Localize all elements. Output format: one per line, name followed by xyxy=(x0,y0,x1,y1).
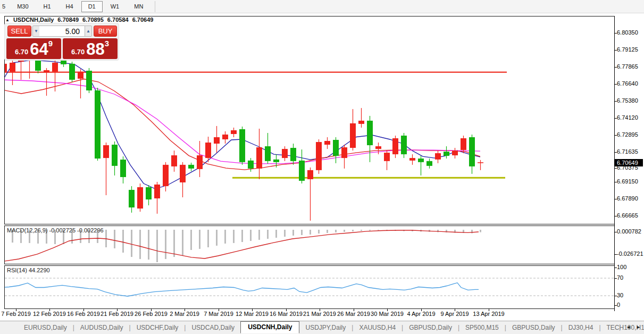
chart-tab-USDCNH-Daily[interactable]: USDCNH,Daily xyxy=(240,321,299,333)
bid-price-pip: 9 xyxy=(48,39,53,48)
date-axis-label: 26 Mar 2019 xyxy=(337,311,370,317)
chart-tab-USDCHF-Daily[interactable]: USDCHF,Daily xyxy=(131,322,185,333)
candle-body xyxy=(273,160,279,162)
candle-body xyxy=(316,142,322,170)
date-axis-label: 21 Mar 2019 xyxy=(303,311,336,317)
candle-body xyxy=(112,145,118,166)
candle-body xyxy=(10,63,15,72)
timeframe-button-W1[interactable]: W1 xyxy=(104,1,127,12)
candle-body xyxy=(129,190,135,207)
candle-body xyxy=(367,121,373,145)
macd-layer xyxy=(1,230,481,262)
chart-title: ▲ USDCNH,Daily 6.70849 6.70895 6.70584 6… xyxy=(5,16,153,23)
candle-body xyxy=(384,153,390,161)
timeframe-toolbar: 5M30H1H4D1W1MN xyxy=(0,0,644,13)
candle-body xyxy=(103,145,109,158)
candle-body xyxy=(358,121,364,124)
candle-body xyxy=(444,152,449,156)
candle-body xyxy=(205,143,211,158)
timeframe-button-D1[interactable]: D1 xyxy=(81,1,103,12)
rsi-line xyxy=(1,283,479,296)
price-axis-label: 6.72895 xyxy=(617,131,638,138)
rsi-axis-label: 100 xyxy=(617,264,626,270)
price-axis-label: 6.71635 xyxy=(617,148,638,155)
candle-body xyxy=(120,160,126,177)
chart-tab-XAUUSD-H4[interactable]: XAUUSD,H4 xyxy=(353,322,402,333)
price-axis-label: 6.77865 xyxy=(617,63,638,70)
tab-scroll-right-icon[interactable]: ► xyxy=(636,324,641,330)
ask-price-pip: 3 xyxy=(105,39,109,48)
rsi-pane-border xyxy=(5,266,615,309)
candle-body xyxy=(435,153,441,160)
collapse-quote-panel-icon[interactable]: ▲ xyxy=(5,18,10,22)
candle-body xyxy=(426,161,432,166)
candle-body xyxy=(44,70,49,72)
candle-body xyxy=(409,158,415,161)
volume-decrease-button[interactable]: ▼ xyxy=(32,26,40,37)
candle-body xyxy=(392,138,398,154)
timeframe-button-H1[interactable]: H1 xyxy=(37,1,58,12)
timeframe-button-MN[interactable]: MN xyxy=(127,1,150,12)
quote-open: 6.70849 xyxy=(57,16,79,23)
chart-tab-GBPUSD-Daily[interactable]: GBPUSD,Daily xyxy=(403,322,458,333)
bid-price-button[interactable]: 6.70 64 9 xyxy=(6,38,61,59)
trading-platform-window: 5M30H1H4D1W1MN ▲ USDCNH,Daily 6.70849 6.… xyxy=(0,0,644,334)
date-axis-label: 26 Feb 2019 xyxy=(135,311,168,317)
chart-tab-DJ30-H4[interactable]: DJ30,H4 xyxy=(563,322,599,333)
candle-body xyxy=(333,140,339,156)
date-axis-label: 9 Apr 2019 xyxy=(440,311,469,317)
date-axis-label: 7 Feb 2019 xyxy=(1,311,31,317)
candle-body xyxy=(418,158,424,162)
symbol-tab-bar: EURUSD,Daily|AUDUSD,Daily|USDCHF,Daily|U… xyxy=(0,321,644,334)
candle-body xyxy=(307,170,313,179)
price-axis-label: 6.79125 xyxy=(617,46,638,53)
price-axis-label: 6.66665 xyxy=(617,212,638,219)
price-axis-label: 6.80350 xyxy=(617,29,638,36)
macd-axis-label: -0.026721 xyxy=(617,250,643,257)
candle-body xyxy=(341,147,347,158)
volume-increase-button[interactable]: ▲ xyxy=(85,26,92,37)
candle-body xyxy=(197,155,203,169)
price-axis-label: 6.75380 xyxy=(617,97,638,104)
candle-body xyxy=(61,60,66,64)
date-axis-label: 7 Mar 2019 xyxy=(204,311,233,317)
candle-body xyxy=(86,71,92,90)
candle-body xyxy=(231,130,237,134)
candle-body xyxy=(137,187,143,208)
chart-tab-USDCAD-Daily[interactable]: USDCAD,Daily xyxy=(186,322,240,333)
ask-price-prefix: 6.70 xyxy=(71,48,85,56)
ask-price-button[interactable]: 6.70 88 3 xyxy=(63,38,118,59)
volume-input[interactable] xyxy=(39,26,85,37)
sell-button[interactable]: SELL xyxy=(7,26,31,37)
chart-tab-USDJPY-Daily[interactable]: USDJPY,Daily xyxy=(299,322,352,333)
timeframe-button-5[interactable]: 5 xyxy=(1,1,9,12)
candle-body xyxy=(282,149,288,158)
rsi-axis-label: 30 xyxy=(617,292,623,298)
candle-body xyxy=(375,146,381,149)
date-axis-label: 12 Mar 2019 xyxy=(236,311,269,317)
candle-body xyxy=(214,137,220,144)
date-axis-label: 30 Mar 2019 xyxy=(371,311,404,317)
bid-price-prefix: 6.70 xyxy=(15,48,28,56)
rsi-axis-label: 0 xyxy=(617,302,620,308)
buy-button[interactable]: BUY xyxy=(94,26,117,37)
rsi-layer xyxy=(1,278,614,296)
timeframe-button-M30[interactable]: M30 xyxy=(10,1,35,12)
candle-body xyxy=(1,64,7,72)
tab-scroll-arrows: | ◄ ► xyxy=(619,323,641,331)
macd-axis-label: 0.000782 xyxy=(617,228,641,235)
chart-tab-AUDUSD-Daily[interactable]: AUDUSD,Daily xyxy=(74,322,129,333)
candle-body xyxy=(52,63,58,72)
candles-layer xyxy=(1,57,483,221)
chart-tab-EURUSD-Daily[interactable]: EURUSD,Daily xyxy=(18,322,73,333)
candle-body xyxy=(188,165,194,169)
date-axis-label: 2 Mar 2019 xyxy=(170,311,199,317)
candle-body xyxy=(239,129,245,162)
chart-tab-SP500-M15[interactable]: SP500,M15 xyxy=(459,322,505,333)
tab-scroll-left-icon[interactable]: ◄ xyxy=(626,324,631,330)
date-axis-label: 21 Feb 2019 xyxy=(101,311,133,317)
chart-tab-GBPUSD-Daily[interactable]: GBPUSD,Daily xyxy=(506,322,561,333)
candle-body xyxy=(171,155,177,166)
timeframe-button-H4[interactable]: H4 xyxy=(59,1,80,12)
date-axis-label: 12 Feb 2019 xyxy=(33,311,66,317)
